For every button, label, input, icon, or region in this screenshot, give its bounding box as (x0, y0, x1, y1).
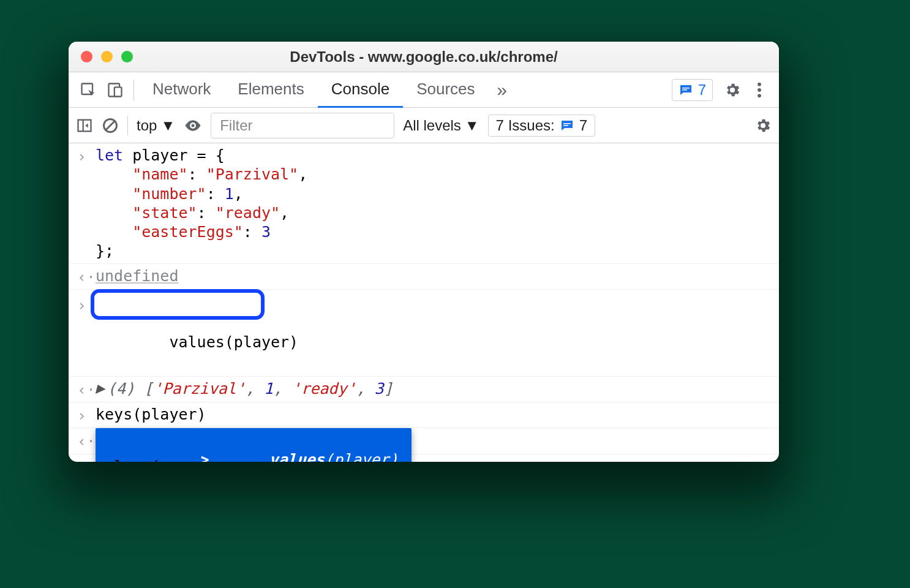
issues-label: 7 Issues: (496, 117, 555, 134)
close-window-button[interactable] (81, 51, 92, 62)
log-levels-selector[interactable]: All levels ▼ (403, 117, 479, 134)
console-result-entry: ‹· >values(player) xxxxxxxxxxxxxxxxxxxxx… (69, 428, 779, 453)
svg-rect-3 (682, 88, 690, 89)
output-chevron-icon: ‹· (77, 266, 96, 287)
minimize-window-button[interactable] (101, 51, 113, 62)
console-settings-icon[interactable] (754, 117, 772, 134)
filter-placeholder: Filter (220, 117, 252, 134)
tab-console[interactable]: Console (318, 72, 403, 108)
output-chevron-icon: ‹· (77, 431, 96, 451)
filter-input[interactable]: Filter (211, 113, 394, 138)
panel-tabbar: Network Elements Console Sources » 7 (69, 72, 779, 108)
messages-badge[interactable]: 7 (672, 79, 713, 101)
live-expression-icon[interactable] (184, 116, 202, 135)
svg-rect-4 (682, 89, 687, 91)
device-toolbar-icon[interactable] (102, 78, 129, 102)
code: values(player) (169, 333, 298, 351)
svg-rect-2 (115, 87, 122, 96)
undefined-value: undefined (96, 267, 178, 285)
tab-elements[interactable]: Elements (224, 72, 317, 108)
console-result-entry: ‹· undefined (69, 263, 779, 289)
chevron-down-icon: ▼ (465, 117, 479, 134)
messages-count: 7 (698, 81, 706, 99)
clear-console-icon[interactable] (102, 117, 119, 134)
issues-badge[interactable]: 7 Issues: 7 (488, 115, 595, 137)
tab-sources[interactable]: Sources (403, 72, 488, 108)
svg-rect-8 (78, 119, 91, 131)
message-icon (560, 118, 574, 133)
svg-point-7 (758, 94, 761, 97)
highlight-annotation (91, 289, 265, 320)
console-output[interactable]: › let player = { "name": "Parzival", "nu… (69, 143, 779, 462)
inspect-element-icon[interactable] (75, 78, 102, 102)
console-input-entry: › values(player) (69, 289, 779, 376)
titlebar: DevTools - www.google.co.uk/chrome/ (69, 42, 779, 72)
input-chevron-icon: › (77, 405, 96, 425)
input-text[interactable]: values( (96, 458, 160, 462)
message-icon (679, 83, 693, 97)
svg-point-6 (758, 88, 761, 92)
svg-rect-12 (563, 125, 568, 126)
issues-count: 7 (579, 117, 587, 134)
input-chevron-icon: › (77, 146, 96, 261)
console-input-entry: › let player = { "name": "Parzival", "nu… (69, 143, 779, 263)
code: keys(player) (96, 405, 206, 423)
output-chevron-icon: ‹· (77, 379, 96, 399)
execution-context-selector[interactable]: top ▼ (137, 117, 175, 134)
settings-icon[interactable] (719, 78, 746, 102)
code: let player = { "name": "Parzival", "numb… (96, 146, 774, 261)
chevron-down-icon: ▼ (160, 117, 175, 134)
console-toolbar: top ▼ Filter All levels ▼ 7 Issues: 7 (69, 108, 779, 143)
input-chevron-icon: › (77, 295, 96, 371)
prompt-chevron-icon: › (77, 457, 96, 462)
toggle-sidebar-icon[interactable] (76, 117, 93, 134)
separator (127, 116, 128, 135)
expand-icon[interactable]: ▶ (96, 379, 105, 398)
zoom-window-button[interactable] (121, 51, 133, 62)
separator (133, 80, 134, 100)
window-title: DevTools - www.google.co.uk/chrome/ (69, 48, 779, 66)
svg-rect-11 (563, 123, 571, 124)
log-levels-label: All levels (403, 117, 461, 134)
svg-point-10 (192, 124, 195, 127)
execution-context-label: top (137, 117, 157, 134)
svg-point-5 (758, 82, 761, 86)
tab-network[interactable]: Network (139, 72, 224, 108)
devtools-window: DevTools - www.google.co.uk/chrome/ Netw… (69, 42, 779, 462)
kebab-menu-icon[interactable] (746, 78, 773, 102)
console-result-entry: ‹· ▶(4) ['Parzival', 1, 'ready', 3] (69, 376, 779, 402)
console-input-entry: › keys(player) (69, 402, 779, 428)
window-controls (81, 51, 133, 62)
more-tabs-button[interactable]: » (489, 78, 516, 102)
